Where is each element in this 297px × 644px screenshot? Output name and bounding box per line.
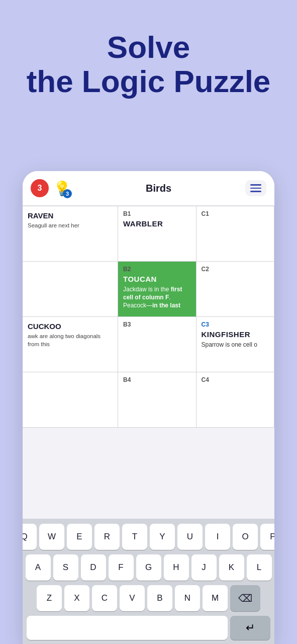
app-header: 3 💡 3 Birds: [23, 171, 274, 206]
row-c-label: CUCKOO awk are along two diagonals from …: [23, 317, 118, 372]
key-l[interactable]: L: [247, 554, 272, 581]
key-b[interactable]: B: [147, 585, 172, 611]
cell-b1[interactable]: B1 WARBLER: [118, 206, 196, 262]
key-q[interactable]: Q: [23, 524, 37, 550]
raven-clue: Seagull are next her: [28, 222, 113, 230]
cell-c3-word: KINGFISHER: [202, 330, 269, 339]
menu-line-2: [250, 188, 261, 189]
menu-line-3: [250, 191, 261, 192]
keyboard-row-3: Z X C V B N M ⌫: [25, 585, 272, 611]
app-title: Birds: [146, 183, 171, 194]
cell-c1-header: C1: [202, 210, 269, 217]
key-k[interactable]: K: [219, 554, 244, 581]
delete-key[interactable]: ⌫: [230, 585, 260, 611]
row-a-label: RAVEN Seagull are next her: [23, 206, 118, 262]
key-o[interactable]: O: [233, 524, 258, 550]
key-u[interactable]: U: [177, 524, 203, 550]
key-j[interactable]: J: [191, 554, 217, 581]
key-w[interactable]: W: [39, 524, 64, 550]
page-header: Solve the Logic Puzzle: [0, 0, 297, 99]
return-key[interactable]: ↵: [230, 616, 270, 640]
row-b-label: [23, 262, 118, 317]
row-d-label: [23, 372, 118, 428]
key-a[interactable]: A: [26, 554, 51, 581]
main-title: Solve the Logic Puzzle: [0, 0, 297, 99]
cell-c3[interactable]: C3 KINGFISHER Sparrow is one cell o: [196, 317, 275, 372]
menu-line-1: [250, 184, 261, 186]
menu-button[interactable]: [245, 180, 266, 196]
header-left: 3 💡 3: [31, 178, 72, 198]
key-g[interactable]: G: [136, 554, 161, 581]
hint-badge[interactable]: 💡 3: [52, 178, 72, 198]
puzzle-grid-scroll: RAVEN Seagull are next her B1 WARBLER C1…: [23, 206, 274, 502]
cell-b3[interactable]: B3: [118, 317, 196, 372]
cell-b4[interactable]: B4: [118, 372, 196, 428]
key-e[interactable]: E: [67, 524, 92, 550]
key-h[interactable]: H: [164, 554, 189, 581]
cell-c4[interactable]: C4: [196, 372, 275, 428]
hint-count: 3: [63, 189, 72, 198]
key-x[interactable]: X: [64, 585, 89, 611]
cell-b1-word: WARBLER: [123, 219, 191, 228]
key-m[interactable]: M: [203, 585, 228, 611]
cell-b3-header: B3: [123, 321, 191, 328]
keyboard-bottom-row: ↵: [25, 616, 272, 640]
cuckoo-clue: awk are along two diagonals from this: [28, 333, 113, 348]
cell-c4-header: C4: [202, 376, 269, 383]
key-f[interactable]: F: [109, 554, 134, 581]
keyboard-row-2: A S D F G H J K L: [25, 554, 272, 581]
return-icon: ↵: [246, 621, 255, 634]
raven-word: RAVEN: [28, 211, 113, 220]
puzzle-grid: RAVEN Seagull are next her B1 WARBLER C1…: [23, 206, 274, 428]
title-line2: the Logic Puzzle: [27, 64, 271, 99]
keyboard-area: Q W E R T Y U I O P A S D F G H J K L Z …: [23, 519, 274, 644]
cell-c2-header: C2: [202, 266, 269, 273]
text-input-field[interactable]: [27, 616, 228, 640]
cell-b2-clue: Jackdaw is in the first cell of column F…: [123, 285, 191, 310]
key-z[interactable]: Z: [37, 585, 62, 611]
key-t[interactable]: T: [122, 524, 147, 550]
cell-c1[interactable]: C1: [196, 206, 275, 262]
key-d[interactable]: D: [81, 554, 106, 581]
cell-b1-header: B1: [123, 210, 191, 217]
key-p[interactable]: P: [260, 524, 274, 550]
cell-c2[interactable]: C2: [196, 262, 275, 317]
key-s[interactable]: S: [53, 554, 78, 581]
cell-b2-word: TOUCAN: [123, 275, 191, 283]
keyboard-row-1: Q W E R T Y U I O P: [25, 524, 272, 550]
cuckoo-word: CUCKOO: [28, 322, 113, 331]
key-c[interactable]: C: [92, 585, 117, 611]
key-n[interactable]: N: [175, 585, 200, 611]
cell-b2[interactable]: B2 TOUCAN Jackdaw is in the first cell o…: [118, 262, 196, 317]
cell-c3-clue: Sparrow is one cell o: [202, 341, 269, 349]
key-v[interactable]: V: [120, 585, 145, 611]
key-y[interactable]: Y: [150, 524, 175, 550]
cell-b4-header: B4: [123, 376, 191, 383]
key-r[interactable]: R: [94, 524, 120, 550]
cell-c3-header: C3: [202, 321, 269, 328]
key-i[interactable]: I: [205, 524, 230, 550]
hearts-count: 3: [38, 184, 42, 193]
cell-b2-header: B2: [123, 266, 191, 273]
title-line1: Solve: [107, 30, 190, 64]
app-card: 3 💡 3 Birds RAVEN Seagull are next her B…: [23, 171, 274, 644]
hearts-badge: 3: [31, 179, 49, 197]
